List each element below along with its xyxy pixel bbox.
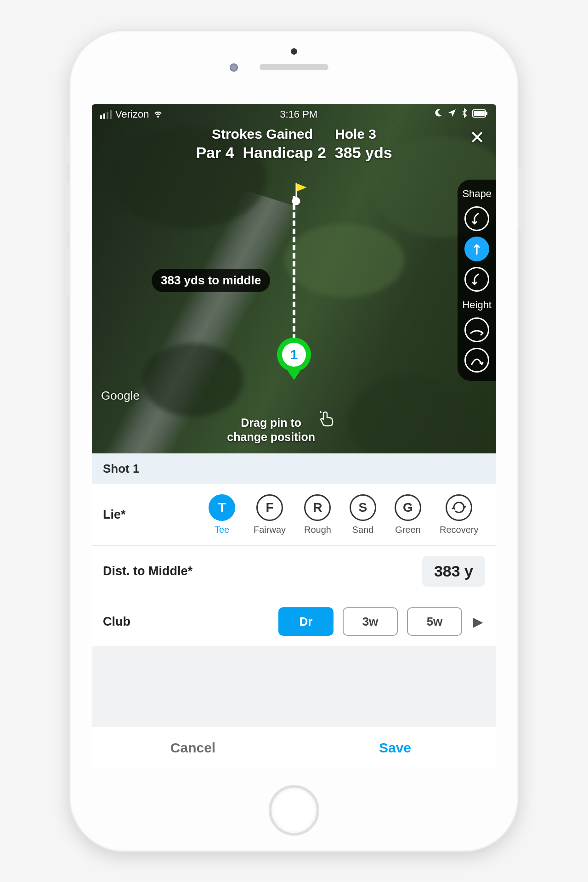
- lie-option-recovery[interactable]: Recovery: [440, 494, 478, 535]
- shape-fade-button[interactable]: [464, 267, 489, 292]
- handicap-label: Handicap 2: [243, 144, 326, 161]
- map-attribution: Google: [101, 389, 140, 403]
- status-bar: Verizon 3:16 PM: [92, 104, 496, 124]
- club-option-3w[interactable]: 3w: [343, 607, 398, 636]
- club-option-driver[interactable]: Dr: [278, 607, 334, 636]
- phone-side-button: [66, 247, 70, 297]
- lie-option-fairway[interactable]: F Fairway: [254, 494, 286, 535]
- footer-bar: Cancel Save: [92, 727, 496, 769]
- lie-option-sand[interactable]: S Sand: [350, 494, 376, 535]
- yards-label: 385 yds: [335, 144, 392, 161]
- wifi-icon: [153, 108, 164, 120]
- shot-path-line: [293, 196, 295, 348]
- height-section-label: Height: [462, 299, 492, 311]
- shot-sheet: Shot 1 Lie* T Tee F Fairway R: [92, 453, 496, 769]
- shot-header: Shot 1: [92, 453, 496, 484]
- phone-frame: Verizon 3:16 PM Stroke: [69, 30, 519, 852]
- height-low-button[interactable]: [464, 317, 489, 342]
- club-option-5w[interactable]: 5w: [407, 607, 462, 636]
- lie-option-tee[interactable]: T Tee: [209, 494, 235, 535]
- drag-hint: Drag pin to change position: [227, 416, 315, 445]
- screen: Verizon 3:16 PM Stroke: [92, 104, 496, 769]
- svg-rect-2: [486, 112, 487, 115]
- battery-icon: [472, 108, 488, 120]
- lie-row: Lie* T Tee F Fairway R Rough: [92, 484, 496, 546]
- drag-hand-icon: [317, 407, 337, 430]
- location-icon: [447, 108, 457, 120]
- shape-section-label: Shape: [462, 188, 492, 200]
- map-header: Strokes Gained Hole 3 Par 4 Handicap 2 3…: [92, 126, 496, 162]
- lie-option-rough[interactable]: R Rough: [304, 494, 331, 535]
- course-map[interactable]: Verizon 3:16 PM Stroke: [92, 104, 496, 453]
- phone-side-button: [518, 169, 522, 228]
- shape-straight-button[interactable]: [464, 237, 489, 261]
- distance-input[interactable]: 383 y: [422, 556, 485, 587]
- club-label: Club: [103, 615, 209, 629]
- hole-label: Hole 3: [335, 126, 376, 142]
- shape-draw-button[interactable]: [464, 206, 489, 231]
- lie-option-green[interactable]: G Green: [395, 494, 421, 535]
- close-button[interactable]: ✕: [469, 128, 485, 147]
- cancel-button[interactable]: Cancel: [92, 727, 294, 769]
- height-high-button[interactable]: [464, 348, 489, 373]
- save-button[interactable]: Save: [294, 727, 496, 769]
- moon-icon: [434, 108, 443, 120]
- clock: 3:16 PM: [280, 108, 317, 120]
- distance-label: Dist. to Middle*: [103, 564, 209, 578]
- shot-pin[interactable]: 1: [277, 338, 311, 380]
- club-row: Club Dr 3w 5w ▶: [92, 597, 496, 646]
- club-more-button[interactable]: ▶: [471, 614, 485, 629]
- phone-speaker: [260, 64, 328, 70]
- bluetooth-icon: [461, 108, 468, 121]
- distance-badge: 383 yds to middle: [152, 269, 270, 292]
- screen-title: Strokes Gained: [212, 126, 313, 142]
- shot-pin-number: 1: [282, 343, 306, 367]
- lie-label: Lie*: [103, 508, 209, 522]
- par-label: Par 4: [196, 144, 234, 161]
- shot-shape-panel: Shape Height: [458, 180, 496, 381]
- sheet-spacer: [92, 646, 496, 727]
- phone-camera: [230, 63, 238, 72]
- svg-rect-1: [474, 111, 485, 116]
- signal-icon: [100, 110, 112, 119]
- distance-row: Dist. to Middle* 383 y: [92, 546, 496, 597]
- phone-side-button: [66, 182, 70, 233]
- carrier-label: Verizon: [115, 108, 149, 120]
- home-button[interactable]: [269, 785, 319, 836]
- phone-sensor-dot: [291, 48, 297, 55]
- phone-side-button: [66, 136, 70, 164]
